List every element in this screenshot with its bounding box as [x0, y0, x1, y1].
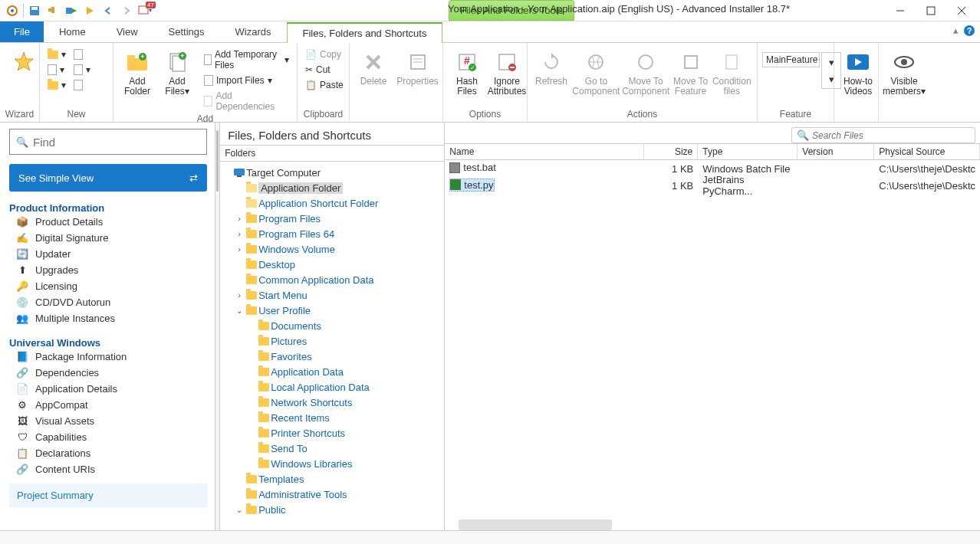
tree-row[interactable]: Printer Shortcuts — [220, 425, 444, 441]
visible-members-button[interactable]: Visible members▾ — [883, 48, 925, 98]
tree-row[interactable]: Local Application Data — [220, 379, 444, 395]
tree-row[interactable]: Administrative Tools — [220, 487, 444, 502]
copy-button: 📄 Copy — [302, 48, 347, 61]
file-list[interactable]: test.bat1 KBWindows Batch FileC:\Users\t… — [445, 160, 980, 194]
tree-row[interactable]: Desktop — [220, 257, 444, 272]
tree-row[interactable]: Network Shortcuts — [220, 395, 444, 410]
run-icon[interactable] — [82, 3, 97, 18]
tree-row[interactable]: ⌄Public — [220, 502, 444, 517]
col-version[interactable]: Version — [797, 144, 874, 159]
col-name[interactable]: Name — [445, 144, 644, 159]
tree-row[interactable]: Favorites — [220, 349, 444, 364]
tree-row[interactable]: ›Program Files 64 — [220, 226, 444, 241]
menu-settings[interactable]: Settings — [153, 21, 220, 42]
hash-files-button[interactable]: #✓Hash Files — [448, 48, 486, 98]
nav-item[interactable]: ⚙AppCompat — [9, 397, 207, 413]
tree-row[interactable]: Documents — [220, 318, 444, 333]
new-item-small[interactable]: ▾ — [44, 63, 69, 77]
find-input-wrap[interactable]: 🔍 — [9, 129, 207, 155]
new-misc3[interactable] — [71, 78, 94, 92]
nav-item[interactable]: 🔗Content URIs — [9, 461, 207, 477]
tree-row[interactable]: Target Computer — [220, 165, 444, 180]
nav-item[interactable]: 📦Product Details — [9, 214, 207, 230]
new-misc2[interactable]: ▾ — [71, 63, 94, 77]
new-shortcut-small[interactable]: ▾ — [44, 78, 69, 92]
wizard-button[interactable] — [5, 48, 43, 77]
nav-item[interactable]: 🔄Updater — [9, 246, 207, 262]
nav-item[interactable]: 🔑Licensing — [9, 278, 207, 294]
nav-item[interactable]: 🔗Dependencies — [9, 365, 207, 381]
tree-row[interactable]: Pictures — [220, 333, 444, 349]
col-size[interactable]: Size — [644, 144, 698, 159]
paste-button[interactable]: 📋 Paste — [302, 78, 347, 92]
build-icon[interactable] — [45, 3, 61, 18]
notify-icon[interactable]: 47▾ — [137, 3, 153, 18]
cut-button[interactable]: ✂ Cut — [302, 63, 347, 77]
nav-item[interactable]: 📘Package Information — [9, 349, 207, 365]
add-temp-files[interactable]: Add Temporary Files ▾ — [201, 48, 292, 72]
file-row[interactable]: test.py1 KBJetBrains PyCharm...C:\Users\… — [445, 177, 980, 194]
nav-item[interactable]: 👥Multiple Instances — [9, 310, 207, 326]
minimize-button[interactable] — [885, 0, 916, 21]
menu-view[interactable]: View — [101, 21, 153, 42]
menu-file[interactable]: File — [0, 21, 44, 42]
tree-label: Recent Items — [271, 412, 330, 424]
tree-row[interactable]: Application Data — [220, 364, 444, 379]
splitter[interactable] — [215, 123, 220, 530]
run-build-icon[interactable] — [64, 3, 79, 18]
import-files[interactable]: Import Files ▾ — [201, 74, 292, 87]
col-source[interactable]: Physical Source — [874, 144, 980, 159]
menu-home[interactable]: Home — [44, 21, 101, 42]
tree-row[interactable]: ›Start Menu — [220, 287, 444, 303]
menu-files-folders-shortcuts[interactable]: Files, Folders and Shortcuts — [287, 22, 443, 43]
new-misc1[interactable] — [71, 48, 94, 61]
app-icon[interactable] — [5, 3, 20, 18]
tree-row[interactable]: Application Folder — [220, 180, 444, 195]
window-controls — [885, 0, 977, 21]
tree-row[interactable]: Send To — [220, 441, 444, 456]
project-summary-link[interactable]: Project Summary — [9, 483, 207, 507]
nav-item[interactable]: 📄Application Details — [9, 381, 207, 397]
nav-item[interactable]: 📋Declarations — [9, 445, 207, 461]
tree-row[interactable]: ⌄User Profile — [220, 303, 444, 318]
folder-tree[interactable]: Target ComputerApplication FolderApplica… — [220, 162, 444, 530]
tree-row[interactable]: ›Windows Volume — [220, 241, 444, 257]
tree-row[interactable]: Templates — [220, 471, 444, 487]
tree-twisty[interactable]: › — [234, 215, 245, 223]
new-folder-small[interactable]: ▾ — [44, 48, 69, 61]
back-icon[interactable] — [100, 3, 116, 18]
find-input[interactable] — [33, 136, 200, 149]
forward-icon[interactable] — [119, 3, 134, 18]
menu-wizards[interactable]: Wizards — [220, 21, 287, 42]
search-files-input[interactable] — [812, 130, 970, 141]
tree-row[interactable]: ›Program Files — [220, 211, 444, 226]
nav-item[interactable]: ✍Digital Signature — [9, 230, 207, 246]
tree-row[interactable]: Recent Items — [220, 410, 444, 425]
tree-twisty[interactable]: › — [234, 245, 245, 254]
nav-item[interactable]: 🖼Visual Assets — [9, 413, 207, 429]
tree-row[interactable]: Windows Libraries — [220, 456, 444, 471]
add-files-button[interactable]: +Add Files▾ — [158, 48, 196, 98]
add-folder-button[interactable]: +Add Folder — [118, 48, 156, 98]
col-type[interactable]: Type — [698, 144, 797, 159]
nav-item[interactable]: 💿CD/DVD Autorun — [9, 294, 207, 310]
help-icon[interactable]: ? — [963, 25, 975, 37]
close-button[interactable] — [946, 0, 977, 21]
feature-select[interactable]: MainFeature — [762, 52, 820, 67]
maximize-button[interactable] — [916, 0, 946, 21]
search-files-wrap[interactable]: 🔍 — [791, 127, 975, 143]
tree-row[interactable]: Common Application Data — [220, 272, 444, 287]
nav-item[interactable]: ⬆Upgrades — [9, 262, 207, 278]
collapse-ribbon-icon[interactable]: ▴ — [953, 25, 959, 37]
howto-videos-button[interactable]: How-to Videos — [839, 48, 877, 98]
tree-twisty[interactable]: ⌄ — [234, 306, 245, 315]
see-simple-view-button[interactable]: See Simple View ⇄ — [9, 164, 207, 192]
horizontal-scrollbar[interactable] — [459, 519, 612, 530]
tree-row[interactable]: Application Shortcut Folder — [220, 195, 444, 211]
tree-twisty[interactable]: › — [234, 291, 245, 300]
nav-item[interactable]: 🛡Capabilities — [9, 429, 207, 445]
save-icon[interactable] — [27, 3, 42, 18]
tree-twisty[interactable]: ⌄ — [234, 506, 245, 514]
ignore-attributes-button[interactable]: Ignore Attributes — [488, 48, 526, 98]
tree-twisty[interactable]: › — [234, 230, 245, 238]
